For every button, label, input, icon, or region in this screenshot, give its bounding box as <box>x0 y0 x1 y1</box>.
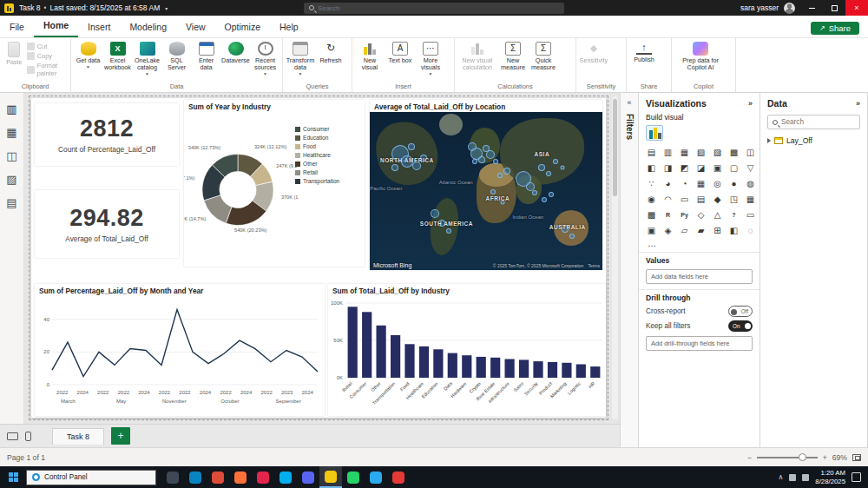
chrome-taskbar-icon[interactable] <box>207 466 229 488</box>
card-icon[interactable]: ▭ <box>677 193 692 206</box>
firefox-taskbar-icon[interactable] <box>229 466 252 488</box>
minimize-button[interactable] <box>800 0 823 16</box>
scrollbar-thumb[interactable] <box>613 99 617 196</box>
tab-modeling[interactable]: Modeling <box>120 18 176 37</box>
legend-item[interactable]: Transportation <box>295 178 363 184</box>
quick-measure-button[interactable]: Quick measure <box>529 40 558 71</box>
map-bubble[interactable] <box>503 168 510 175</box>
taskbar-clock[interactable]: 1:20 AM 8/28/2025 <box>815 469 845 485</box>
share-button[interactable]: ↗ Share <box>811 22 859 35</box>
map-bubble[interactable] <box>446 228 451 234</box>
legend-item[interactable]: Consumer <box>295 126 363 132</box>
legend-item[interactable]: Retail <box>295 169 363 175</box>
enter-data-button[interactable]: Enter data <box>192 40 220 71</box>
sql-server-button[interactable]: SQL Server <box>162 40 191 71</box>
funnel-chart-icon[interactable]: ▽ <box>743 162 758 175</box>
zoom-slider[interactable] <box>757 457 818 458</box>
line-chart-icon[interactable]: ◫ <box>743 146 758 159</box>
map-bubble[interactable] <box>431 209 439 218</box>
map-icon[interactable]: ◎ <box>710 177 725 190</box>
pie-chart-icon[interactable]: ◕ <box>661 177 675 190</box>
mobile-layout-icon[interactable] <box>25 432 31 441</box>
line-stacked-column-chart-icon[interactable]: ◪ <box>694 162 708 175</box>
tab-insert[interactable]: Insert <box>78 18 120 37</box>
map-bubble[interactable] <box>412 162 421 170</box>
filled-map-icon[interactable]: ● <box>727 177 741 190</box>
card-count-percentage-laid-off[interactable]: 2812 Count of Percentage_Laid_Off <box>35 103 179 166</box>
chevron-right-icon[interactable] <box>767 138 771 143</box>
network-icon[interactable] <box>789 474 796 481</box>
discord-taskbar-icon[interactable] <box>297 466 319 488</box>
global-search-input[interactable] <box>318 4 559 12</box>
map-bubble[interactable] <box>490 189 496 195</box>
table-view-icon[interactable]: ▦ <box>6 127 16 138</box>
new-visual-calculation-button[interactable]: New visual calculation <box>457 40 497 71</box>
donut-chart-icon[interactable]: ◔ <box>677 177 692 190</box>
power-apps-icon[interactable]: ▱ <box>677 224 692 237</box>
shape-map-icon[interactable]: ◍ <box>743 177 758 190</box>
dax-query-view-icon[interactable]: ▨ <box>6 174 16 185</box>
show-hidden-icons-icon[interactable]: ∧ <box>778 473 783 481</box>
zoom-slider-knob[interactable] <box>799 453 806 461</box>
arcgis-map-icon[interactable]: ◈ <box>661 224 675 237</box>
close-button[interactable]: × <box>845 0 868 16</box>
bar-chart-visual[interactable]: Sum of Total_Laid_Off by Industry 0K50K1… <box>328 284 606 416</box>
100-stacked-column-chart-icon[interactable]: ▩ <box>727 146 741 159</box>
skype-taskbar-icon[interactable] <box>274 466 297 488</box>
azure-map-icon[interactable]: ◉ <box>644 193 659 206</box>
powerbi-taskbar-icon[interactable] <box>319 466 342 488</box>
text-box-button[interactable]: Text box <box>385 40 415 64</box>
report-page[interactable]: 2812 Count of Percentage_Laid_Off 294.82… <box>31 98 606 418</box>
paginated-report-icon[interactable]: ▣ <box>644 224 659 237</box>
tmdl-view-icon[interactable]: ▤ <box>6 197 16 208</box>
global-search-box[interactable] <box>304 3 564 14</box>
map-visual[interactable]: Average of Total_Laid_Off by Location Mi… <box>370 100 602 270</box>
multi-row-card-icon[interactable]: ▤ <box>694 193 708 206</box>
map-bubble[interactable] <box>549 192 554 197</box>
copy-button[interactable]: Copy <box>27 52 68 60</box>
data-search-input[interactable] <box>781 118 855 126</box>
report-canvas[interactable]: 2812 Count of Percentage_Laid_Off 294.82… <box>24 93 620 424</box>
zoom-in-button[interactable]: + <box>823 453 827 462</box>
edge-taskbar-icon[interactable] <box>184 466 207 488</box>
qa-visual-icon[interactable]: ? <box>727 208 741 221</box>
more-options-icon[interactable]: … <box>639 239 760 248</box>
card-average-total-laid-off[interactable]: 294.82 Average of Total_Laid_Off <box>35 190 179 258</box>
paste-button[interactable]: Paste <box>3 40 26 66</box>
taskbar-search-input[interactable] <box>44 473 150 481</box>
new-visual-button[interactable]: New visual <box>355 40 385 71</box>
slicer-icon[interactable]: ◳ <box>727 193 741 206</box>
legend-item[interactable]: Healthcare <box>295 152 363 158</box>
stacked-area-chart-icon[interactable]: ◨ <box>661 162 675 175</box>
map-bubble[interactable] <box>500 201 504 205</box>
new-measure-button[interactable]: New measure <box>498 40 528 71</box>
donut-chart-visual[interactable]: Sum of Year by Industry 324K (12.12%)247… <box>184 100 365 267</box>
zoom-out-button[interactable]: − <box>747 453 752 462</box>
table-icon[interactable]: ▦ <box>743 193 758 206</box>
user-name[interactable]: sara yasser <box>740 3 779 12</box>
python-visual-icon[interactable]: Py <box>677 208 692 221</box>
gauge-icon[interactable]: ◠ <box>661 193 675 206</box>
map-bubble[interactable] <box>493 159 498 164</box>
key-influencers-icon[interactable]: ◇ <box>694 208 708 221</box>
scorecard-icon[interactable]: ◧ <box>727 224 741 237</box>
get-data-button[interactable]: Get data ▾ <box>74 40 102 70</box>
map-bubble[interactable] <box>478 156 485 163</box>
stacked-column-chart-icon[interactable]: ▥ <box>661 146 675 159</box>
report-view-icon[interactable]: ▥ <box>6 103 16 115</box>
dataverse-button[interactable]: Dataverse <box>221 40 250 64</box>
tab-optimize[interactable]: Optimize <box>215 18 270 37</box>
desktop-layout-icon[interactable] <box>7 432 18 440</box>
world-map[interactable]: Microsoft Bing © 2025 TomTom, © 2025 Mic… <box>370 112 602 270</box>
telegram-taskbar-icon[interactable] <box>365 466 387 488</box>
page-tab-task8[interactable]: Task 8 <box>52 428 104 445</box>
excel-workbook-button[interactable]: Excel workbook <box>103 40 132 71</box>
map-bubble[interactable] <box>408 143 415 150</box>
more-visuals-button[interactable]: More visuals ▾ <box>416 40 445 77</box>
area-chart-icon[interactable]: ◧ <box>644 162 659 175</box>
cut-button[interactable]: Cut <box>27 43 68 50</box>
opera-taskbar-icon[interactable] <box>252 466 274 488</box>
smart-narrative-icon[interactable]: ▭ <box>743 208 758 221</box>
map-bubble[interactable] <box>542 197 547 202</box>
start-button[interactable] <box>0 466 26 488</box>
